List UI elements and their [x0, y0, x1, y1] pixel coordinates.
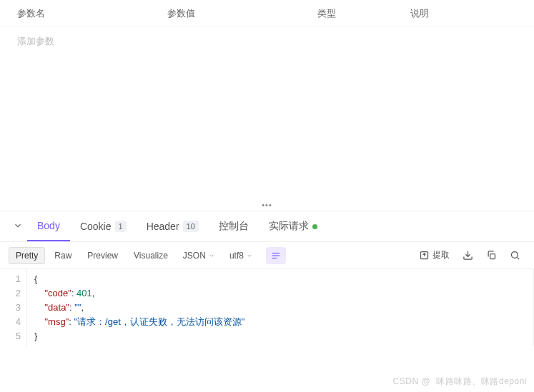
add-param-input[interactable]: 添加参数 — [0, 26, 534, 56]
col-value: 参数值 — [167, 7, 317, 20]
response-body-code: 1 2 3 4 5 { "code": 401, "data": "", "ms… — [0, 269, 534, 346]
svg-point-7 — [512, 252, 518, 258]
chevron-down-icon — [246, 252, 253, 259]
view-visualize-button[interactable]: Visualize — [127, 248, 174, 263]
watermark: CSDN @ ˙咪路咪路、咪路deponi — [393, 376, 527, 388]
line-gutter: 1 2 3 4 5 — [0, 269, 27, 346]
extract-label: 提取 — [432, 249, 450, 261]
line-number: 3 — [0, 301, 21, 315]
tab-header[interactable]: Header 10 — [137, 211, 209, 241]
tab-body[interactable]: Body — [27, 211, 70, 241]
cookie-count-badge: 1 — [115, 221, 127, 232]
tab-header-label: Header — [147, 221, 179, 232]
view-preview-button[interactable]: Preview — [81, 248, 124, 263]
empty-area — [0, 56, 534, 199]
search-icon — [510, 250, 520, 261]
line-number: 4 — [0, 315, 21, 329]
code-body[interactable]: { "code": 401, "data": "", "msg": "请求：/g… — [27, 269, 534, 346]
line-number: 5 — [0, 329, 21, 343]
tab-console[interactable]: 控制台 — [209, 211, 259, 241]
tab-actual-label: 实际请求 — [269, 220, 309, 233]
svg-rect-6 — [490, 254, 495, 259]
tab-console-label: 控制台 — [219, 220, 249, 233]
response-toolbar: Pretty Raw Preview Visualize JSON utf8 提… — [0, 242, 534, 269]
col-name: 参数名 — [17, 7, 167, 20]
col-desc: 说明 — [410, 7, 534, 20]
json-value: 401 — [76, 288, 92, 298]
header-count-badge: 10 — [183, 221, 199, 232]
json-key: "code" — [44, 288, 71, 298]
json-value: "请求：/get，认证失败，无法访问该资源" — [74, 316, 244, 327]
line-number: 2 — [0, 286, 21, 301]
extract-button[interactable]: 提取 — [414, 246, 455, 264]
col-type: 类型 — [317, 7, 410, 20]
format-value: JSON — [183, 251, 206, 261]
chevron-down-icon[interactable] — [9, 221, 27, 233]
wrap-icon — [271, 251, 281, 261]
line-number: 1 — [0, 272, 21, 286]
resize-handle[interactable]: ••• — [0, 199, 534, 211]
copy-button[interactable] — [481, 247, 502, 263]
format-select[interactable]: JSON — [177, 248, 221, 263]
tab-cookie-label: Cookie — [80, 221, 112, 232]
json-key: "msg" — [44, 316, 69, 327]
tab-cookie[interactable]: Cookie 1 — [70, 211, 137, 241]
copy-icon — [486, 250, 497, 261]
tab-actual-request[interactable]: 实际请求 — [259, 211, 327, 241]
svg-line-8 — [517, 257, 519, 259]
json-key: "data" — [44, 302, 69, 313]
wrap-lines-button[interactable] — [266, 247, 286, 264]
response-tabs: Body Cookie 1 Header 10 控制台 实际请求 — [0, 211, 534, 242]
search-button[interactable] — [505, 247, 525, 263]
chevron-down-icon — [208, 252, 215, 259]
download-button[interactable] — [458, 247, 478, 263]
view-pretty-button[interactable]: Pretty — [9, 247, 45, 264]
extract-icon — [419, 250, 430, 261]
download-icon — [463, 250, 473, 261]
status-dot-icon — [312, 224, 317, 229]
params-table-header: 参数名 参数值 类型 说明 — [0, 0, 534, 26]
tab-body-label: Body — [37, 220, 60, 231]
view-raw-button[interactable]: Raw — [48, 248, 78, 263]
encoding-select[interactable]: utf8 — [224, 248, 259, 263]
encoding-value: utf8 — [229, 251, 244, 261]
